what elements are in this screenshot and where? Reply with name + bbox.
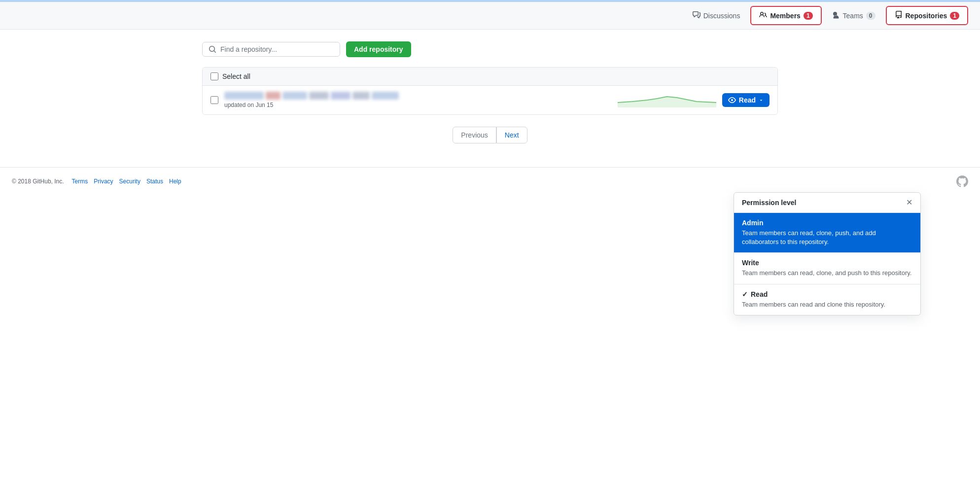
table-row: updated on Jun 15 Read	[203, 86, 777, 114]
chevron-down-icon	[759, 98, 764, 103]
search-wrapper[interactable]	[202, 42, 340, 57]
pagination: Previous Next	[202, 127, 778, 143]
footer: © 2018 GitHub, Inc. Terms Privacy Securi…	[0, 167, 980, 195]
permission-dropdown: Permission level ✕ Admin Team members ca…	[734, 192, 921, 195]
tab-discussions[interactable]: Discussions	[684, 6, 749, 25]
teams-icon	[832, 11, 840, 20]
previous-button[interactable]: Previous	[453, 127, 496, 143]
top-navigation: Discussions Members 1 Teams 0 Repositori…	[0, 2, 980, 30]
tab-teams-label: Teams	[843, 12, 863, 20]
tab-repositories[interactable]: Repositories 1	[886, 6, 969, 25]
repo-info: updated on Jun 15	[224, 92, 612, 108]
tab-members-label: Members	[770, 12, 800, 20]
repo-updated: updated on Jun 15	[224, 102, 612, 108]
permission-button[interactable]: Read	[722, 93, 770, 107]
members-badge: 1	[804, 12, 813, 20]
copyright: © 2018 GitHub, Inc.	[12, 178, 64, 185]
select-all-row: Select all	[203, 68, 777, 86]
footer-link-privacy[interactable]: Privacy	[94, 178, 113, 185]
select-all-checkbox[interactable]	[210, 72, 218, 80]
select-all-label: Select all	[222, 72, 250, 80]
repository-list: Select all updated on Jun 15	[202, 67, 778, 115]
svg-marker-0	[618, 97, 716, 107]
toolbar: Add repository	[202, 41, 778, 57]
tab-teams[interactable]: Teams 0	[824, 6, 884, 25]
tab-repositories-label: Repositories	[906, 12, 947, 20]
discussions-icon	[693, 11, 700, 20]
members-icon	[759, 11, 767, 20]
repo-name	[224, 92, 612, 100]
repositories-icon	[895, 11, 903, 20]
permission-label: Read	[739, 96, 756, 104]
search-icon	[209, 45, 216, 53]
dropdown-header: Permission level ✕	[734, 193, 920, 195]
footer-left: © 2018 GitHub, Inc. Terms Privacy Securi…	[12, 178, 181, 185]
add-repository-button[interactable]: Add repository	[346, 41, 411, 57]
tab-members[interactable]: Members 1	[750, 6, 821, 25]
footer-link-terms[interactable]: Terms	[72, 178, 88, 185]
repo-activity-graph	[618, 93, 716, 107]
footer-links: Terms Privacy Security Status Help	[72, 178, 181, 185]
footer-link-help[interactable]: Help	[169, 178, 181, 185]
next-button[interactable]: Next	[496, 127, 527, 143]
footer-link-status[interactable]: Status	[146, 178, 163, 185]
search-input[interactable]	[220, 45, 334, 53]
github-logo	[956, 175, 968, 187]
repositories-badge: 1	[950, 12, 959, 20]
main-content: Add repository Select all	[194, 30, 786, 167]
footer-link-security[interactable]: Security	[119, 178, 140, 185]
tab-discussions-label: Discussions	[703, 12, 740, 20]
repo-checkbox[interactable]	[210, 96, 218, 104]
teams-badge: 0	[866, 12, 875, 20]
eye-icon	[728, 96, 736, 104]
